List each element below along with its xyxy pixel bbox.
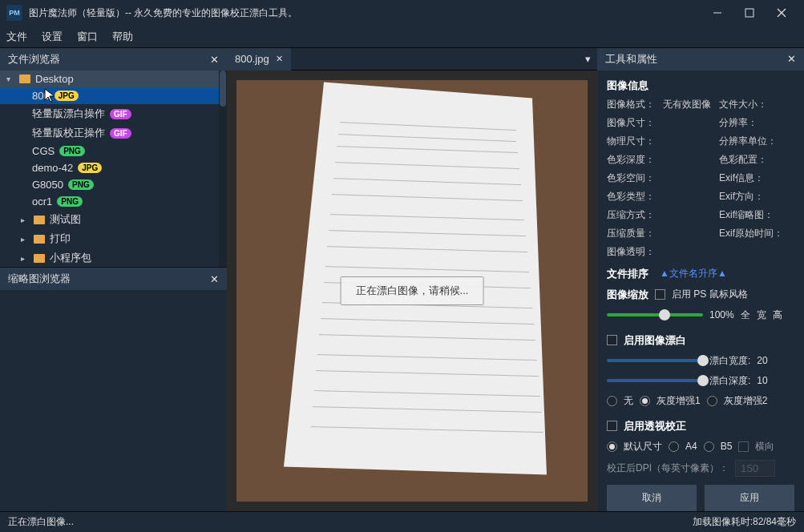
maximize-button[interactable]	[733, 0, 766, 26]
radio-gray2-label: 灰度增强2	[724, 394, 768, 408]
status-left: 正在漂白图像...	[8, 515, 74, 529]
size-a4-label: A4	[685, 441, 697, 452]
file-badge: JPG	[55, 91, 79, 101]
apply-button[interactable]: 应用	[705, 485, 794, 511]
processing-overlay: 正在漂白图像，请稍候...	[341, 276, 484, 305]
prop-label: Exif信息：	[719, 171, 783, 185]
file-item[interactable]: G8050PNG	[0, 176, 227, 193]
tab-image[interactable]: 800.jpg ✕	[227, 48, 291, 71]
dpi-input[interactable]	[735, 460, 775, 477]
prop-label: 压缩质量：	[607, 227, 663, 240]
prop-label: 色彩空间：	[607, 171, 663, 185]
image-info-grid: 图像格式：无有效图像文件大小： 图像尺寸：分辨率： 物理尺寸：分辨率单位： 色彩…	[607, 98, 794, 259]
ps-mouse-checkbox[interactable]	[655, 289, 665, 300]
radio-none[interactable]	[607, 396, 617, 406]
properties-panel: 图像信息 图像格式：无有效图像文件大小： 图像尺寸：分辨率： 物理尺寸：分辨率单…	[597, 71, 804, 512]
file-item[interactable]: 800JPG	[0, 87, 227, 104]
menu-settings[interactable]: 设置	[42, 30, 63, 44]
folder-item[interactable]: ▸测试图	[0, 210, 227, 229]
minimize-button[interactable]	[701, 0, 733, 26]
dpi-label: 校正后DPI（每英寸像素）：	[607, 461, 729, 475]
file-item[interactable]: CGSPNG	[0, 143, 227, 159]
menu-window[interactable]: 窗口	[77, 30, 98, 44]
file-tree-scrollbar[interactable]	[219, 71, 227, 267]
zoom-label: 图像缩放	[607, 288, 648, 302]
svg-rect-1	[745, 9, 753, 17]
file-item[interactable]: ocr1PNG	[0, 193, 227, 210]
radio-gray1-label: 灰度增强1	[657, 394, 701, 408]
folder-name: 打印	[50, 232, 71, 246]
bleach-width-value: 20	[757, 355, 767, 366]
chevron-right-icon: ▸	[21, 254, 29, 263]
file-item[interactable]: 轻量版漂白操作GIF	[0, 104, 227, 123]
file-badge: GIF	[110, 128, 131, 139]
prop-label: Exif缩略图：	[719, 208, 783, 222]
prop-label: 色彩深度：	[607, 153, 663, 167]
bleach-width-label: 漂白宽度:	[709, 354, 750, 368]
tab-dropdown-icon[interactable]: ▾	[579, 53, 597, 65]
perspective-checkbox[interactable]	[607, 421, 617, 431]
file-item[interactable]: 轻量版校正操作GIF	[0, 123, 227, 143]
zoom-100-button[interactable]: 100%	[709, 309, 734, 320]
folder-icon	[34, 254, 45, 263]
image-viewport[interactable]: 正在漂白图像，请稍候...	[227, 71, 597, 511]
folder-icon	[34, 216, 45, 224]
titlebar: PM 图片魔法师（轻量版）-- 永久免费的专业的图像校正漂白工具。	[0, 0, 804, 26]
root-label: Desktop	[35, 73, 74, 85]
file-browser-close-icon[interactable]: ✕	[210, 54, 219, 66]
radio-size-default[interactable]	[607, 441, 617, 452]
thumb-browser-close-icon[interactable]: ✕	[210, 273, 219, 285]
size-default-label: 默认尺寸	[624, 440, 662, 453]
radio-gray2[interactable]	[707, 396, 717, 406]
close-button[interactable]	[766, 0, 798, 26]
bleach-depth-slider[interactable]	[607, 379, 703, 382]
tree-root[interactable]: ▾ Desktop	[0, 71, 227, 87]
menu-help[interactable]: 帮助	[112, 30, 133, 44]
window-title: 图片魔法师（轻量版）-- 永久免费的专业的图像校正漂白工具。	[29, 6, 701, 20]
sort-link[interactable]: ▲文件名升序▲	[660, 267, 727, 280]
zoom-full-button[interactable]: 全	[741, 308, 750, 322]
bleach-checkbox[interactable]	[607, 335, 617, 345]
landscape-checkbox[interactable]	[738, 441, 749, 452]
file-badge: GIF	[110, 109, 131, 119]
bleach-label: 启用图像漂白	[624, 333, 686, 348]
file-tree: ▾ Desktop 800JPG轻量版漂白操作GIF轻量版校正操作GIFCGSP…	[0, 71, 227, 268]
ps-mouse-label: 启用 PS 鼠标风格	[672, 288, 748, 301]
file-item[interactable]: demo-42JPG	[0, 159, 227, 176]
cancel-button[interactable]: 取消	[607, 485, 697, 511]
file-badge: PNG	[57, 196, 83, 207]
chevron-down-icon: ▾	[6, 75, 14, 83]
landscape-label: 横向	[755, 440, 774, 453]
sort-label: 文件排序	[607, 267, 648, 281]
bleach-width-slider[interactable]	[607, 359, 703, 362]
radio-gray1[interactable]	[640, 396, 650, 406]
tabbar: 800.jpg ✕ ▾	[227, 48, 597, 71]
radio-size-a4[interactable]	[669, 441, 679, 452]
properties-close-icon[interactable]: ✕	[787, 53, 796, 65]
menu-file[interactable]: 文件	[6, 30, 27, 44]
folder-item[interactable]: ▸打印	[0, 229, 227, 248]
prop-label: 图像尺寸：	[607, 116, 663, 130]
zoom-slider[interactable]	[607, 313, 703, 316]
zoom-high-button[interactable]: 高	[773, 308, 782, 322]
folder-name: 测试图	[50, 212, 81, 227]
tab-close-icon[interactable]: ✕	[276, 54, 283, 64]
bleach-depth-value: 10	[757, 375, 767, 386]
prop-label: 压缩方式：	[607, 208, 663, 222]
perspective-label: 启用透视校正	[624, 419, 686, 433]
file-name: 轻量版校正操作	[32, 126, 105, 140]
prop-label: 分辨率单位：	[719, 135, 783, 148]
zoom-wide-button[interactable]: 宽	[757, 308, 766, 322]
prop-label: 分辨率：	[719, 116, 783, 130]
folder-item[interactable]: ▸小程序包	[0, 248, 227, 268]
prop-label: 色彩类型：	[607, 190, 663, 204]
thumb-panel	[0, 290, 227, 511]
properties-title: 工具和属性	[605, 52, 657, 66]
radio-size-b5[interactable]	[704, 441, 714, 452]
properties-header: 工具和属性 ✕	[597, 48, 804, 71]
file-name: demo-42	[32, 162, 73, 174]
folder-name: 小程序包	[50, 251, 91, 265]
file-name: G8050	[32, 179, 63, 191]
menubar: 文件 设置 窗口 帮助	[0, 26, 804, 48]
status-right: 加载图像耗时:82/84毫秒	[693, 515, 796, 529]
